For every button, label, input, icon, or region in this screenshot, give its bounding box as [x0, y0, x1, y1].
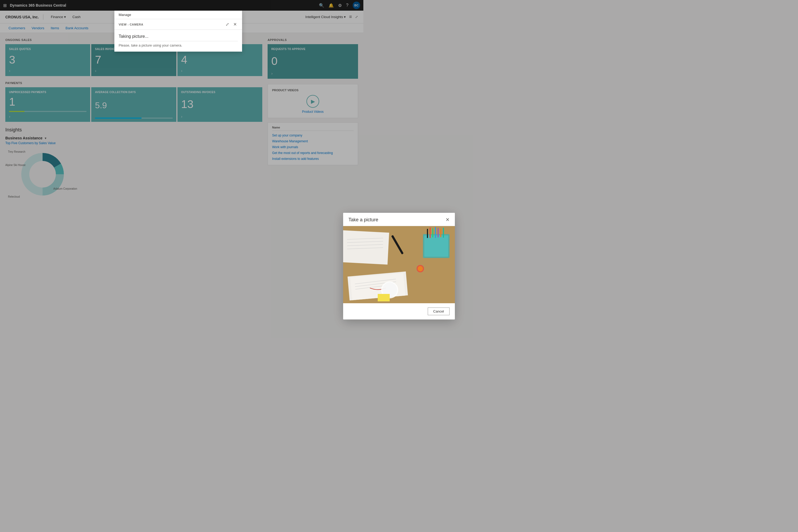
modal-camera-image — [343, 226, 363, 240]
svg-rect-21 — [343, 230, 363, 240]
modal-header: Take a picture ✕ — [343, 213, 363, 226]
modal-title: Take a picture — [348, 217, 363, 223]
take-picture-modal: Take a picture ✕ — [343, 213, 363, 240]
modal-overlay: Take a picture ✕ — [0, 0, 363, 240]
